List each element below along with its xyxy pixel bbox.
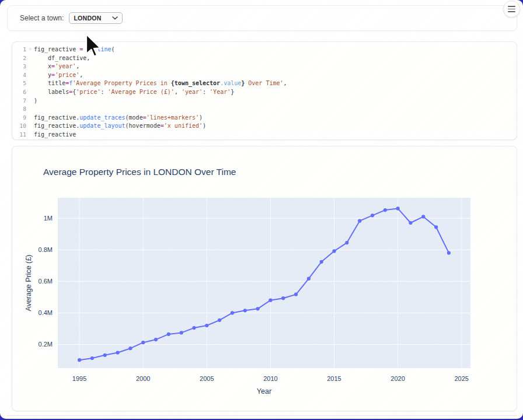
x-tick-label: 2010 bbox=[263, 375, 277, 382]
data-point[interactable] bbox=[371, 214, 374, 217]
code-text: fig_reactive.update_layout(hovermode='x … bbox=[34, 122, 517, 131]
x-tick-label: 2025 bbox=[454, 375, 468, 382]
line-number: 2 bbox=[12, 54, 26, 63]
data-point[interactable] bbox=[269, 299, 272, 302]
data-point[interactable] bbox=[383, 208, 387, 212]
code-line[interactable]: 6 labels={'price': 'Average Price (£)', … bbox=[12, 88, 517, 97]
fold-gutter bbox=[26, 97, 34, 106]
fold-gutter bbox=[26, 131, 34, 139]
y-tick-label: 1M bbox=[44, 215, 53, 222]
menu-button[interactable] bbox=[503, 1, 520, 18]
chevron-down-icon bbox=[112, 16, 118, 20]
fold-gutter bbox=[26, 88, 34, 97]
line-number: 3 bbox=[12, 62, 26, 71]
code-text: y='price', bbox=[34, 71, 517, 80]
data-point[interactable] bbox=[256, 307, 260, 310]
code-text: ) bbox=[34, 97, 517, 106]
x-tick-label: 1995 bbox=[72, 375, 86, 382]
line-number: 4 bbox=[12, 71, 26, 80]
data-point[interactable] bbox=[447, 251, 451, 255]
y-tick-label: 0.6M bbox=[39, 278, 53, 285]
data-point[interactable] bbox=[421, 215, 425, 218]
x-axis-title: Year bbox=[257, 387, 271, 396]
fold-gutter bbox=[26, 114, 34, 123]
mouse-cursor bbox=[85, 33, 105, 60]
line-number: 11 bbox=[12, 131, 26, 139]
data-point[interactable] bbox=[154, 338, 158, 341]
data-point[interactable] bbox=[320, 260, 323, 264]
notebook-page: Select a town: LONDON 1˅fig_reactive = p… bbox=[0, 0, 523, 419]
code-line[interactable]: 8 bbox=[12, 105, 517, 114]
code-text: x='year', bbox=[34, 62, 517, 71]
fold-gutter bbox=[26, 79, 34, 88]
code-text: labels={'price': 'Average Price (£)', 'y… bbox=[34, 88, 517, 97]
data-point[interactable] bbox=[128, 346, 132, 350]
data-point[interactable] bbox=[358, 219, 361, 223]
code-text: fig_reactive.update_traces(mode='lines+m… bbox=[34, 114, 517, 123]
code-line[interactable]: 10fig_reactive.update_layout(hovermode='… bbox=[12, 122, 517, 131]
data-point[interactable] bbox=[294, 293, 298, 296]
y-axis-title: Average Price (£) bbox=[25, 254, 33, 311]
line-number: 8 bbox=[12, 105, 26, 114]
fold-gutter bbox=[26, 122, 34, 131]
output-cell: 19952000200520102015202020250.2M0.4M0.6M… bbox=[12, 146, 517, 411]
chart-title: Average Property Prices in LONDON Over T… bbox=[43, 167, 236, 177]
x-tick-label: 2020 bbox=[390, 375, 405, 382]
data-point[interactable] bbox=[90, 356, 94, 360]
line-number: 5 bbox=[12, 79, 26, 88]
plot-area[interactable] bbox=[58, 198, 470, 368]
data-point[interactable] bbox=[243, 309, 247, 312]
data-point[interactable] bbox=[281, 296, 285, 300]
town-select[interactable]: LONDON bbox=[69, 12, 123, 24]
data-point[interactable] bbox=[332, 249, 336, 253]
code-line[interactable]: 7) bbox=[12, 97, 517, 106]
y-tick-label: 0.2M bbox=[39, 341, 53, 348]
data-point[interactable] bbox=[103, 354, 107, 357]
y-tick-label: 0.8M bbox=[39, 246, 53, 253]
data-point[interactable] bbox=[231, 311, 234, 314]
widget-header: Select a town: LONDON bbox=[7, 5, 517, 31]
plotly-chart[interactable]: 19952000200520102015202020250.2M0.4M0.6M… bbox=[12, 146, 517, 411]
fold-gutter bbox=[26, 105, 34, 114]
code-line[interactable]: 9fig_reactive.update_traces(mode='lines+… bbox=[12, 114, 517, 123]
data-point[interactable] bbox=[167, 332, 170, 336]
data-point[interactable] bbox=[218, 318, 221, 322]
x-tick-label: 2015 bbox=[327, 375, 341, 382]
code-line[interactable]: 4 y='price', bbox=[12, 71, 517, 80]
line-number: 6 bbox=[12, 88, 26, 97]
x-tick-label: 2005 bbox=[200, 375, 214, 382]
code-line[interactable]: 5 title=f'Average Property Prices in {to… bbox=[12, 79, 517, 88]
town-select-label: Select a town: bbox=[20, 14, 64, 22]
town-select-value: LONDON bbox=[74, 15, 101, 22]
data-point[interactable] bbox=[78, 358, 81, 362]
x-tick-label: 2000 bbox=[136, 375, 150, 382]
data-point[interactable] bbox=[409, 221, 412, 225]
data-point[interactable] bbox=[205, 324, 208, 327]
data-point[interactable] bbox=[434, 225, 438, 229]
line-number: 9 bbox=[12, 114, 26, 123]
code-text bbox=[34, 105, 517, 114]
fold-gutter bbox=[26, 62, 34, 71]
code-text: fig_reactive bbox=[34, 131, 517, 139]
line-number: 7 bbox=[12, 97, 26, 106]
data-point[interactable] bbox=[345, 241, 348, 244]
data-point[interactable] bbox=[307, 277, 311, 281]
data-point[interactable] bbox=[141, 341, 145, 344]
data-point[interactable] bbox=[180, 331, 183, 334]
code-text: df_reactive, bbox=[34, 54, 517, 63]
fold-gutter bbox=[26, 71, 34, 80]
code-text: title=f'Average Property Prices in {town… bbox=[34, 79, 517, 88]
code-line[interactable]: 11fig_reactive bbox=[12, 131, 517, 139]
data-point[interactable] bbox=[396, 206, 400, 210]
line-number: 1 bbox=[12, 46, 26, 54]
code-text: fig_reactive = px.line( bbox=[34, 46, 517, 54]
line-number: 10 bbox=[12, 122, 26, 131]
data-point[interactable] bbox=[192, 326, 196, 330]
data-point[interactable] bbox=[116, 351, 120, 354]
y-tick-label: 0.4M bbox=[39, 309, 53, 316]
hamburger-icon bbox=[508, 6, 515, 12]
fold-gutter bbox=[26, 54, 34, 63]
fold-chevron-icon[interactable]: ˅ bbox=[26, 46, 34, 54]
footer-divider bbox=[7, 415, 517, 416]
code-line[interactable]: 3 x='year', bbox=[12, 62, 517, 71]
